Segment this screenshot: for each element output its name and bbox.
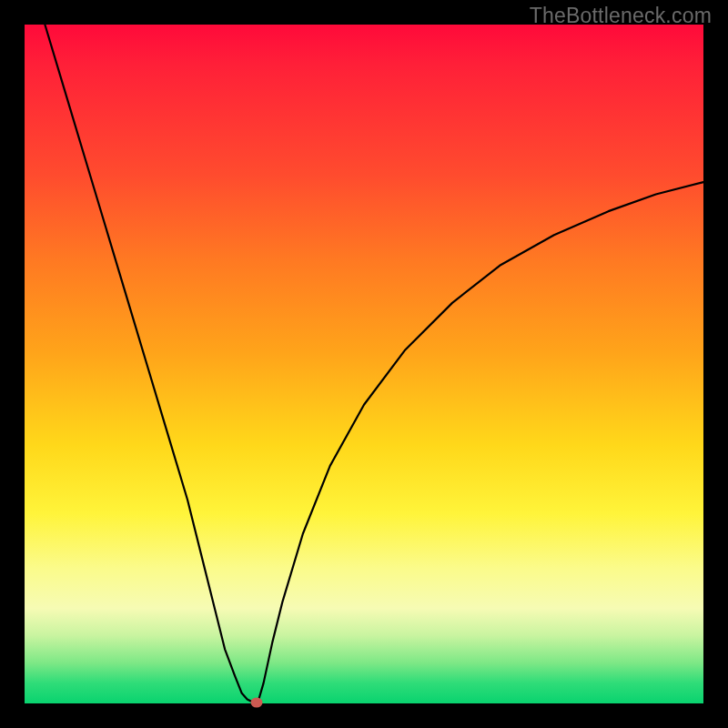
minimum-marker [251,697,263,707]
bottleneck-curve [45,25,703,703]
plot-area [25,25,703,703]
chart-frame: TheBottleneck.com [0,0,728,728]
watermark-text: TheBottleneck.com [530,4,712,28]
curve-svg [25,25,703,703]
